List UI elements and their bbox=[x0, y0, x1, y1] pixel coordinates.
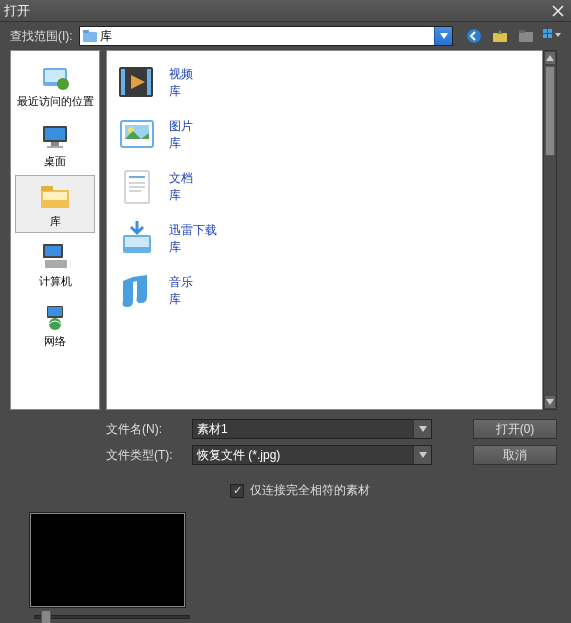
sidebar-item-desktop[interactable]: 桌面 bbox=[15, 115, 95, 173]
list-item[interactable]: 迅雷下载 库 bbox=[113, 213, 536, 265]
svg-rect-1 bbox=[83, 30, 89, 33]
sidebar-item-label: 计算机 bbox=[39, 274, 72, 289]
network-icon bbox=[39, 300, 71, 332]
sidebar-item-computer[interactable]: 计算机 bbox=[15, 235, 95, 293]
svg-rect-14 bbox=[45, 128, 65, 140]
svg-rect-0 bbox=[83, 32, 97, 42]
item-type: 库 bbox=[169, 291, 193, 308]
item-name: 文档 bbox=[169, 170, 193, 187]
svg-rect-16 bbox=[47, 146, 63, 148]
file-list[interactable]: 视频 库 图片 库 文档 库 bbox=[106, 50, 543, 410]
svg-rect-21 bbox=[45, 246, 61, 256]
item-type: 库 bbox=[169, 83, 193, 100]
svg-rect-3 bbox=[493, 33, 507, 42]
scroll-down-button[interactable] bbox=[544, 395, 556, 409]
video-library-icon bbox=[115, 61, 159, 105]
item-name: 图片 bbox=[169, 118, 193, 135]
list-item[interactable]: 图片 库 bbox=[113, 109, 536, 161]
libraries-icon bbox=[39, 180, 71, 212]
chevron-down-icon[interactable] bbox=[413, 446, 431, 464]
sidebar-item-recent[interactable]: 最近访问的位置 bbox=[15, 55, 95, 113]
svg-point-25 bbox=[49, 318, 61, 330]
dropdown-arrow-icon[interactable] bbox=[434, 27, 452, 45]
documents-library-icon bbox=[115, 165, 159, 209]
svg-rect-9 bbox=[548, 34, 552, 38]
svg-rect-4 bbox=[519, 32, 533, 42]
list-item[interactable]: 文档 库 bbox=[113, 161, 536, 213]
scroll-up-button[interactable] bbox=[544, 51, 556, 65]
desktop-icon bbox=[39, 120, 71, 152]
cancel-button[interactable]: 取消 bbox=[473, 445, 557, 465]
sidebar-item-label: 桌面 bbox=[44, 154, 66, 169]
music-library-icon bbox=[115, 269, 159, 313]
svg-rect-24 bbox=[48, 307, 62, 316]
list-item[interactable]: 视频 库 bbox=[113, 57, 536, 109]
svg-rect-6 bbox=[543, 29, 547, 33]
svg-rect-15 bbox=[51, 142, 59, 146]
svg-rect-18 bbox=[41, 186, 53, 191]
item-name: 迅雷下载 bbox=[169, 222, 217, 239]
svg-rect-27 bbox=[121, 69, 125, 95]
svg-rect-5 bbox=[519, 30, 525, 33]
dialog-title: 打开 bbox=[4, 2, 30, 20]
close-button[interactable] bbox=[549, 3, 567, 19]
filename-input[interactable]: 素材1 bbox=[192, 419, 432, 439]
download-library-icon bbox=[115, 217, 159, 261]
recent-icon bbox=[39, 60, 71, 92]
link-matching-label: 仅连接完全相符的素材 bbox=[250, 482, 370, 499]
svg-rect-8 bbox=[543, 34, 547, 38]
lookin-value: 库 bbox=[100, 28, 112, 45]
up-button[interactable] bbox=[491, 27, 509, 45]
filetype-label: 文件类型(T): bbox=[106, 447, 186, 464]
item-name: 音乐 bbox=[169, 274, 193, 291]
open-button[interactable]: 打开(0) bbox=[473, 419, 557, 439]
pictures-library-icon bbox=[115, 113, 159, 157]
chevron-down-icon[interactable] bbox=[413, 420, 431, 438]
preview-slider[interactable] bbox=[34, 615, 190, 619]
filetype-dropdown[interactable]: 恢复文件 (*.jpg) bbox=[192, 445, 432, 465]
svg-rect-19 bbox=[43, 192, 67, 200]
lookin-dropdown[interactable]: 库 bbox=[79, 26, 453, 46]
sidebar-item-network[interactable]: 网络 bbox=[15, 295, 95, 353]
item-type: 库 bbox=[169, 187, 193, 204]
sidebar-item-label: 网络 bbox=[44, 334, 66, 349]
item-type: 库 bbox=[169, 135, 193, 152]
scrollbar[interactable] bbox=[543, 50, 557, 410]
svg-point-2 bbox=[467, 29, 481, 43]
svg-rect-28 bbox=[147, 69, 151, 95]
filetype-value: 恢复文件 (*.jpg) bbox=[197, 447, 280, 464]
lookin-label: 查找范围(I): bbox=[10, 28, 73, 45]
sidebar-item-label: 最近访问的位置 bbox=[17, 94, 94, 109]
new-folder-button[interactable] bbox=[517, 27, 535, 45]
item-type: 库 bbox=[169, 239, 217, 256]
filename-label: 文件名(N): bbox=[106, 421, 186, 438]
preview-pane bbox=[30, 513, 185, 607]
places-sidebar: 最近访问的位置 桌面 库 计算机 网络 bbox=[10, 50, 100, 410]
filename-value: 素材1 bbox=[197, 421, 228, 438]
folder-icon bbox=[82, 28, 98, 44]
slider-thumb[interactable] bbox=[41, 610, 51, 623]
sidebar-item-libraries[interactable]: 库 bbox=[15, 175, 95, 233]
scroll-thumb[interactable] bbox=[545, 66, 555, 156]
link-matching-checkbox[interactable]: ✓ bbox=[230, 484, 244, 498]
svg-rect-22 bbox=[45, 260, 67, 268]
item-name: 视频 bbox=[169, 66, 193, 83]
svg-point-12 bbox=[57, 78, 69, 90]
view-menu-button[interactable] bbox=[543, 27, 561, 45]
svg-rect-7 bbox=[548, 29, 552, 33]
sidebar-item-label: 库 bbox=[50, 214, 61, 229]
back-button[interactable] bbox=[465, 27, 483, 45]
svg-rect-38 bbox=[125, 237, 149, 247]
computer-icon bbox=[39, 240, 71, 272]
list-item[interactable]: 音乐 库 bbox=[113, 265, 536, 317]
